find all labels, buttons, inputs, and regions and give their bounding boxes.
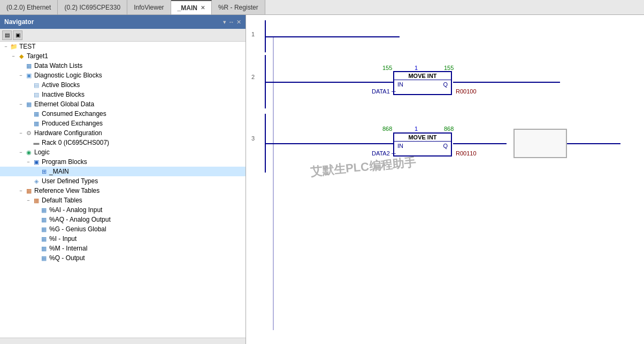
icon-hardwareconfig: ⚙ <box>25 129 33 137</box>
toolbar-btn-1[interactable]: ▤ <box>2 30 12 40</box>
label-logic: Logic <box>34 148 50 156</box>
move-int-block-3: MOVE INT IN Q <box>393 132 452 157</box>
navigator-header: Navigator ▾ ↔ ✕ <box>0 15 246 29</box>
expand-diaglogicblocks[interactable]: − <box>17 72 25 79</box>
tree-item-userdefinedtypes[interactable]: ◈User Defined Types <box>0 176 246 186</box>
dock-icon[interactable]: ↔ <box>228 19 234 26</box>
navigator-title: Navigator <box>4 18 34 26</box>
label-activeblocks: Active Blocks <box>42 81 80 89</box>
tree-item-test[interactable]: −📁TEST <box>0 42 246 51</box>
rung3-out-val: 868 <box>444 126 454 132</box>
toolbar-btn-2[interactable]: ▣ <box>13 30 22 40</box>
icon-geniusglobal: ▦ <box>40 225 48 233</box>
rung3-output-label: R00110 <box>456 150 477 157</box>
icon-output: ▦ <box>40 254 48 262</box>
rung3-in-val: 868 <box>382 126 392 132</box>
rung2-mid-val: 1 <box>415 65 418 71</box>
left-bus-continue <box>273 36 274 330</box>
icon-analoginput: ▦ <box>40 206 48 214</box>
tree-item-datawatchlists[interactable]: ▦Data Watch Lists <box>0 61 246 71</box>
tree-item-input[interactable]: ▦%I - Input <box>0 234 246 244</box>
tab-ic695[interactable]: (0.2) IC695CPE330 <box>58 0 127 14</box>
tree-item-activeblocks[interactable]: ▤Active Blocks <box>0 80 246 90</box>
ladder-content: 艾默生PLC编程助手 1 2 <box>246 15 644 335</box>
tree-item-logic[interactable]: −◉Logic <box>0 147 246 157</box>
label-geniusglobal: %G - Genius Global <box>49 225 106 233</box>
icon-activeblocks: ▤ <box>32 81 41 89</box>
block2-out-port: Q <box>443 81 448 88</box>
navigator-controls: ▾ ↔ ✕ <box>223 19 241 26</box>
rung2-hline-right <box>453 82 560 83</box>
label-datawatchlists: Data Watch Lists <box>34 62 82 69</box>
navigator-panel: Navigator ▾ ↔ ✕ ▤ ▣ −📁TEST−◆Target1▦Data… <box>0 15 246 344</box>
label-userdefinedtypes: User Defined Types <box>42 177 98 185</box>
rung2-data-label: DATA1 ─ <box>372 88 396 95</box>
icon-test: 📁 <box>10 43 18 50</box>
tree-item-inactiveblocks[interactable]: ▤Inactive Blocks <box>0 90 246 99</box>
expand-ethernetglobal[interactable]: − <box>17 100 25 108</box>
block3-in-port: IN <box>397 143 403 149</box>
tree-panel[interactable]: −📁TEST−◆Target1▦Data Watch Lists−▣Diagno… <box>0 42 246 338</box>
expand-hardwareconfig[interactable]: − <box>17 129 25 137</box>
pin-icon[interactable]: ▾ <box>223 19 226 26</box>
tree-item-internal[interactable]: ▦%M - Internal <box>0 244 246 253</box>
rung2-hline-left <box>266 82 394 83</box>
icon-userdefinedtypes: ◈ <box>32 177 41 185</box>
close-nav-icon[interactable]: ✕ <box>236 19 241 26</box>
tree-item-analogoutput[interactable]: ▦%AQ - Analog Output <box>0 215 246 224</box>
close-icon[interactable]: ✕ <box>201 5 205 11</box>
tree-item-consumed[interactable]: ▦Consumed Exchanges <box>0 109 246 119</box>
tree-item-output[interactable]: ▦%Q - Output <box>0 253 246 263</box>
icon-internal: ▦ <box>40 245 48 252</box>
tree-item-main[interactable]: ⊞_MAIN <box>0 167 246 176</box>
expand-defaulttables[interactable]: − <box>25 197 32 204</box>
icon-consumed: ▦ <box>32 110 41 118</box>
block2-ports: IN Q <box>394 80 451 89</box>
rung1-hline <box>266 36 400 37</box>
rung3-mid-val: 1 <box>415 126 418 132</box>
label-ethernetglobal: Ethernet Global Data <box>34 100 94 108</box>
rung-number-2: 2 <box>251 74 255 80</box>
tab-register[interactable]: %R - Register <box>212 0 265 14</box>
icon-target1: ◆ <box>17 52 26 60</box>
block2-in-port: IN <box>397 81 403 88</box>
move-int-block-2: MOVE INT IN Q <box>393 71 452 95</box>
tree-item-target1[interactable]: −◆Target1 <box>0 51 246 61</box>
label-main: _MAIN <box>49 168 69 175</box>
rung2-in-val: 155 <box>382 65 392 71</box>
block3-ports: IN Q <box>394 142 451 150</box>
tree-item-produced[interactable]: ▦Produced Exchanges <box>0 119 246 128</box>
tree-item-rack0[interactable]: ▬Rack 0 (IC695CHS007) <box>0 138 246 147</box>
icon-analogoutput: ▦ <box>40 216 48 223</box>
expand-logic[interactable]: − <box>17 148 25 156</box>
tree-item-ethernetglobal[interactable]: −▦Ethernet Global Data <box>0 99 246 109</box>
expand-programblocks[interactable]: − <box>25 158 32 166</box>
tree-item-refviewtables[interactable]: −▦Reference View Tables <box>0 186 246 196</box>
icon-ethernetglobal: ▦ <box>25 100 33 108</box>
tab-infoviewer[interactable]: InfoViewer <box>127 0 171 14</box>
tree-item-hardwareconfig[interactable]: −⚙Hardware Configuration <box>0 128 246 138</box>
tree-item-analoginput[interactable]: ▦%AI - Analog Input <box>0 205 246 215</box>
expand-target1[interactable]: − <box>10 52 17 60</box>
label-programblocks: Program Blocks <box>42 158 87 166</box>
tree-item-diaglogicblocks[interactable]: −▣Diagnostic Logic Blocks <box>0 71 246 80</box>
label-defaulttables: Default Tables <box>42 197 82 204</box>
tree-item-programblocks[interactable]: −▣Program Blocks <box>0 157 246 167</box>
label-rack0: Rack 0 (IC695CHS007) <box>42 139 109 146</box>
label-produced: Produced Exchanges <box>42 120 103 127</box>
tree-item-geniusglobal[interactable]: ▦%G - Genius Global <box>0 224 246 234</box>
horizontal-scrollbar[interactable] <box>0 338 246 344</box>
icon-input: ▦ <box>40 235 48 243</box>
expand-refviewtables[interactable]: − <box>17 187 25 194</box>
tab-ethernet[interactable]: (0.2.0) Ethernet <box>0 0 58 14</box>
icon-produced: ▦ <box>32 120 41 127</box>
ladder-panel[interactable]: 艾默生PLC编程助手 1 2 <box>246 15 644 344</box>
tab-main[interactable]: _MAIN ✕ <box>171 0 212 14</box>
icon-main: ⊞ <box>40 168 48 175</box>
expand-test[interactable]: − <box>2 43 10 50</box>
rung-number-1: 1 <box>251 31 255 37</box>
tree-item-defaulttables[interactable]: −▦Default Tables <box>0 196 246 205</box>
label-test: TEST <box>19 43 36 50</box>
icon-programblocks: ▣ <box>32 158 41 166</box>
icon-defaulttables: ▦ <box>32 197 41 204</box>
